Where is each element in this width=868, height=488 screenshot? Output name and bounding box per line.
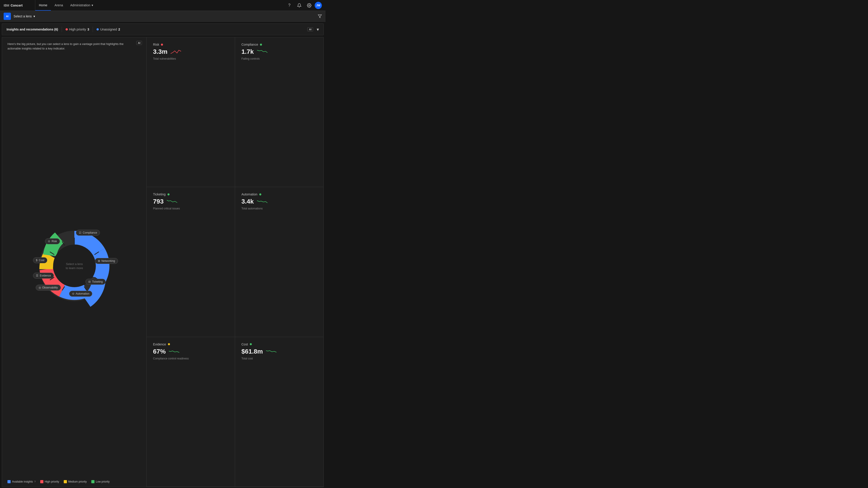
help-button[interactable]: ?: [285, 1, 294, 10]
notifications-button[interactable]: [295, 1, 304, 10]
networking-icon: ⊞: [98, 259, 100, 263]
svg-text:Select a lens: Select a lens: [66, 262, 83, 266]
cost-desc: Total cost: [241, 357, 317, 360]
metric-card-evidence[interactable]: Evidence 67% Compliance control readines…: [147, 337, 235, 487]
brand-logo: IBM Concert: [4, 0, 35, 11]
unassigned-count: 2: [118, 28, 120, 31]
nav-link-home[interactable]: Home: [35, 0, 51, 11]
lens-bar: AI Select a lens ▾: [0, 11, 326, 22]
metric-title-risk: Risk: [153, 43, 228, 46]
compliance-status-dot: [260, 43, 262, 46]
nav-link-administration[interactable]: Administration ▾: [67, 0, 97, 11]
cost-icon: $: [36, 259, 37, 262]
insights-bar: Insights and recommendations (6) High pr…: [2, 24, 324, 35]
high-priority-count: 3: [88, 28, 89, 31]
unassigned-badge: Unassigned 2: [96, 28, 120, 31]
insights-ai-badge: AI: [307, 27, 313, 31]
ai-lens-button[interactable]: AI: [4, 13, 11, 20]
evidence-sparkline: [168, 349, 180, 354]
lens-networking[interactable]: ⊞ Networking: [95, 258, 118, 264]
legend-medium-label: Medium priority: [68, 480, 87, 483]
brand-ibm: IBM: [4, 4, 9, 7]
cost-value-row: $61.8m: [241, 348, 317, 355]
risk-icon: ⊙: [48, 240, 50, 243]
metric-title-evidence: Evidence: [153, 343, 228, 346]
high-priority-label: High priority: [69, 28, 86, 31]
legend-low-color: [91, 480, 94, 483]
divider: [62, 27, 62, 32]
lens-risk[interactable]: ⊙ Risk: [45, 238, 60, 244]
compliance-value: 1.7k: [241, 48, 254, 55]
legend-low-label: Low priority: [96, 480, 110, 483]
metric-title-compliance: Compliance: [241, 43, 317, 46]
lens-select-label: Select a lens: [13, 14, 32, 18]
lens-evidence[interactable]: ☰ Evidence: [33, 273, 54, 279]
svg-point-0: [309, 5, 310, 6]
evidence-label: Evidence: [40, 274, 51, 277]
compliance-sparkline: [256, 49, 268, 55]
metric-card-compliance[interactable]: Compliance 1.7k Failing controls: [235, 37, 323, 187]
legend-available: Available insights ?: [7, 480, 36, 483]
cost-title-label: Cost: [241, 343, 248, 346]
legend-high-label: High priority: [45, 480, 59, 483]
automation-value-row: 3.4k: [241, 198, 317, 205]
observability-label: Observability: [42, 286, 58, 289]
lens-compliance[interactable]: ☑ Compliance: [76, 230, 100, 236]
risk-status-dot: [161, 43, 163, 46]
high-priority-dot: [66, 28, 68, 31]
automation-sparkline: [256, 199, 268, 204]
compliance-label: Compliance: [83, 231, 97, 234]
expand-button[interactable]: ▾: [317, 27, 319, 32]
high-priority-badge: High priority 3: [66, 28, 89, 31]
chevron-down-icon: ▾: [33, 14, 35, 18]
left-panel: Here's the big picture, but you can sele…: [2, 37, 147, 487]
lens-cost[interactable]: $ Cost: [33, 257, 47, 263]
metric-card-cost[interactable]: Cost $61.8m Total cost: [235, 337, 323, 487]
metric-title-cost: Cost: [241, 343, 317, 346]
brand-concert: Concert: [11, 4, 23, 7]
risk-label: Risk: [52, 240, 57, 243]
compliance-icon: ☑: [79, 231, 81, 234]
compliance-title-label: Compliance: [241, 43, 258, 46]
metric-title-ticketing: Ticketing: [153, 193, 228, 196]
metric-card-risk[interactable]: Risk 3.3m Total vulnerabilities: [147, 37, 235, 187]
filter-button[interactable]: [318, 14, 322, 18]
user-avatar-button[interactable]: JW: [315, 2, 322, 9]
settings-button[interactable]: [305, 1, 314, 10]
ticketing-value-row: 793: [153, 198, 228, 205]
metric-card-ticketing[interactable]: Ticketing 793 Planned critical issues: [147, 187, 235, 337]
legend-help-icon[interactable]: ?: [34, 480, 36, 483]
networking-label: Networking: [101, 259, 115, 263]
cost-sparkline: [266, 349, 277, 354]
lens-observability[interactable]: ◎ Observability: [36, 285, 61, 291]
ticketing-label: Ticketing: [92, 280, 103, 283]
legend: Available insights ? High priority Mediu…: [7, 480, 141, 483]
lens-ticketing[interactable]: ⊟ Ticketing: [86, 279, 106, 285]
lens-select[interactable]: Select a lens ▾: [13, 14, 35, 18]
nav-link-arena[interactable]: Arena: [51, 0, 66, 11]
metric-title-automation: Automation: [241, 193, 317, 196]
ticketing-value: 793: [153, 198, 164, 205]
top-navigation: IBM Concert Home Arena Administration ▾ …: [0, 0, 326, 11]
legend-medium: Medium priority: [64, 480, 87, 483]
risk-value: 3.3m: [153, 48, 167, 55]
insights-title: Insights and recommendations (6): [6, 28, 58, 31]
risk-desc: Total vulnerabilities: [153, 57, 228, 60]
cost-label: Cost: [39, 259, 44, 262]
unassigned-dot: [96, 28, 99, 31]
divider2: [93, 27, 93, 32]
ai-badge: AI: [136, 41, 142, 45]
risk-value-row: 3.3m: [153, 48, 228, 55]
compliance-value-row: 1.7k: [241, 48, 317, 55]
evidence-icon: ☰: [36, 274, 38, 277]
metric-card-automation[interactable]: Automation 3.4k Total automations: [235, 187, 323, 337]
legend-low: Low priority: [91, 480, 110, 483]
observability-icon: ◎: [39, 286, 41, 289]
ticketing-status-dot: [167, 193, 169, 195]
ticketing-title-label: Ticketing: [153, 193, 166, 196]
evidence-value: 67%: [153, 348, 166, 355]
lens-automation[interactable]: ⊙ Automation: [69, 291, 92, 297]
legend-medium-color: [64, 480, 67, 483]
topnav-actions: ? JW: [285, 1, 322, 10]
risk-title-label: Risk: [153, 43, 159, 46]
